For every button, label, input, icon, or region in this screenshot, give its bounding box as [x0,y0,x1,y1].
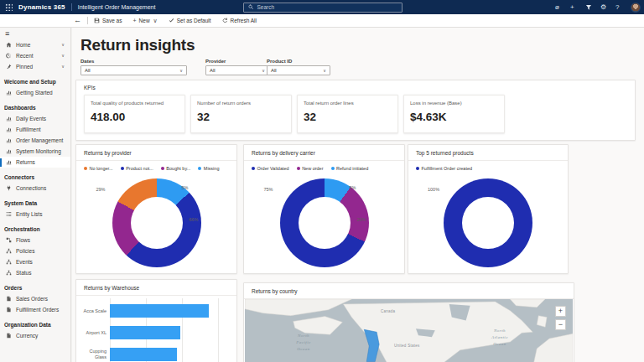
zoom-out-button[interactable]: − [555,319,566,330]
sidebar-item-flows[interactable]: Flows [0,235,70,246]
settings-icon[interactable]: ⚙ [600,4,608,11]
legend-item-no-longer[interactable]: No longer... [84,166,113,171]
legend-dot-icon [252,167,255,170]
filter-dropdown-dates[interactable]: All∨ [80,65,187,75]
sidebar-item-events[interactable]: Events [0,256,70,267]
refresh-all-button[interactable]: Refresh All [222,18,257,23]
sidebar-item-policies[interactable]: Policies [0,246,70,256]
sidebar-item-sales-orders[interactable]: Sales Orders [0,293,70,304]
legend-item-fulfillment-order-created[interactable]: Fulfillment Order created [416,166,472,171]
hamburger-menu-icon[interactable]: ≡ [0,28,9,39]
sidebar-item-fulfillment[interactable]: Fulfillment [0,124,70,135]
legend-item-product-not[interactable]: Product not... [121,166,153,171]
legend-item-order-validated[interactable]: Order Validated [252,166,289,171]
bar-airport-xl[interactable] [110,326,180,339]
bar-cupping-glass[interactable] [110,348,177,361]
legend-item-missing[interactable]: Missing [198,166,219,171]
map-ocean-label-north-pacific-ocean: NorthPacificOcean [278,333,329,352]
sidebar-item-label: Connections [16,185,46,191]
add-icon: + [133,18,137,23]
search-input[interactable]: Search [243,3,402,13]
legend-dot-icon [161,167,164,170]
bar-row-airport-xl: Airport XL [80,322,230,344]
save-as-button[interactable]: Save as [94,18,122,23]
bar-row-cupping-glass: Cupping Glass [80,344,230,362]
back-icon: ← [74,17,81,24]
new-button[interactable]: +New∨ [133,18,158,23]
legend-item-new-order[interactable]: New order [297,166,324,171]
chart-icon [6,148,12,154]
sidebar-item-getting-started[interactable]: Getting Started [0,87,70,98]
set-as-default-button[interactable]: Set as Default [169,18,211,23]
legend-dot-icon [121,167,124,170]
legend-dot-icon [84,167,87,170]
zoom-in-button[interactable]: + [555,306,566,317]
help-icon[interactable]: ? [615,4,623,11]
add-icon[interactable]: + [570,4,578,11]
world-map[interactable]: NorthPacificOceanNorthAtlanticOceanCanad… [245,299,573,362]
donut-chart[interactable]: 5%20%75% [280,178,369,267]
sidebar-item-label: System Monitoring [16,148,61,154]
sidebar-item-recent[interactable]: Recent∨ [0,50,70,61]
slice-label-missing: 5% [182,185,189,190]
legend-item-bought-by[interactable]: Bought by... [161,166,190,171]
map-ocean-label-line: Ocean [278,346,329,353]
bar-chart-title: Returns by Warehouse [76,280,236,296]
sidebar-item-returns[interactable]: Returns [0,157,70,168]
sidebar-item-status[interactable]: Status [0,267,70,278]
bar-track [110,304,230,318]
legend-item-refund-initiated[interactable]: Refund initiated [331,166,369,171]
page-title: Return insights [80,36,195,54]
command-button-label: New [139,18,150,23]
map-ocean-label-north-atlantic-ocean: NorthAtlanticOcean [473,328,527,347]
sidebar-item-connections[interactable]: Connections [0,183,70,194]
flow-icon [6,237,12,243]
bar-acca-scale[interactable] [110,304,209,318]
legend-dot-icon [297,167,300,170]
sidebar-item-daily-events[interactable]: Daily Events [0,113,70,124]
sidebar-item-pinned[interactable]: Pinned∨ [0,61,70,72]
legend-label: No longer... [90,166,113,171]
kpi-value: 418.00 [91,111,179,123]
sidebar-item-currency[interactable]: Currency [0,330,70,341]
avatar[interactable] [631,3,641,13]
filter-icon[interactable] [585,4,593,11]
plug-icon [6,185,12,191]
donut-chart[interactable]: 5%66%29% [112,178,201,267]
map-ocean-label-line: Atlantic [473,334,527,341]
donut-ring [112,178,201,267]
circle-slash-icon[interactable]: ⌀ [555,4,563,11]
kpis-panel: KPIs Total quality of products returned4… [75,80,636,141]
map-region-label-canada: Canada [381,309,395,313]
orgchart-icon [6,259,12,265]
bar-track [110,348,230,361]
bar-category-label: Cupping Glass [80,349,110,359]
command-bar: ← Save as+New∨Set as DefaultRefresh All [0,14,644,28]
kpi-card-number-of-return-orders: Number of return orders32 [190,95,292,133]
bar-category-label: Acca Scale [80,308,110,314]
filter-provider: ProviderAll∨ [205,59,269,75]
search-icon [248,4,254,10]
sidebar-item-system-monitoring[interactable]: System Monitoring [0,146,70,157]
donut-ring [444,178,532,267]
kpi-card-total-quality-of-products-returned: Total quality of products returned418.00 [84,95,185,133]
sidebar-item-order-management[interactable]: Order Management [0,135,70,146]
doc-icon [6,307,12,313]
kpi-card-total-return-order-lines: Total return order lines32 [297,95,398,133]
filter-product-id: Product IDAll∨ [267,59,330,75]
back-button[interactable]: ← [74,17,81,24]
sidebar-item-fulfillment-orders[interactable]: Fulfillment Orders [0,304,70,315]
kpi-cards: Total quality of products returned418.00… [84,95,505,133]
waffle-icon[interactable] [5,3,13,11]
filter-dropdown-product-id[interactable]: All∨ [267,65,330,75]
bar-track [110,326,230,339]
chart-icon [6,159,12,165]
legend-label: Order Validated [257,166,289,171]
sidebar-item-entity-lists[interactable]: Entity Lists [0,209,70,220]
donut-chart[interactable]: 100% [444,178,532,267]
sidebar-item-home[interactable]: Home∨ [0,39,70,50]
app-name: Intelligent Order Management [78,4,156,10]
legend-dot-icon [198,167,201,170]
sidebar-section-orders: Orders [0,278,70,293]
filter-dropdown-provider[interactable]: All∨ [205,65,269,75]
